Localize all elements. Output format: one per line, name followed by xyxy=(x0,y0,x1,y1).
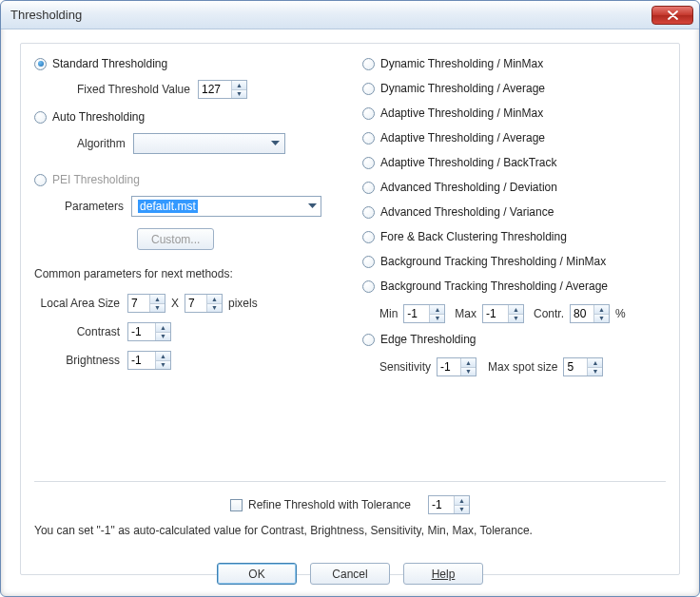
radio-standard-thresholding[interactable]: Standard Thresholding xyxy=(34,57,353,70)
radio-icon xyxy=(362,157,375,169)
spin-up[interactable]: ▲ xyxy=(594,305,609,315)
min-input[interactable] xyxy=(404,305,429,322)
brightness-spinner[interactable]: ▲▼ xyxy=(127,351,171,370)
dialog-window: Thresholding Standard Thresholding Fixed… xyxy=(0,0,700,597)
radio-icon xyxy=(362,280,375,293)
refine-label: Refine Threshold with Tolerance xyxy=(248,498,411,511)
spin-up[interactable]: ▲ xyxy=(455,496,469,506)
spin-down[interactable]: ▼ xyxy=(588,368,602,376)
spin-down[interactable]: ▼ xyxy=(455,506,469,514)
radio-icon xyxy=(362,231,375,243)
radio-dynamic-average[interactable]: Dynamic Thresholding / Average xyxy=(362,82,666,95)
radio-icon xyxy=(362,132,375,144)
radio-icon xyxy=(362,256,375,268)
radio-fore-back-clustering[interactable]: Fore & Back Clustering Thresholding xyxy=(362,230,666,243)
spin-down[interactable]: ▼ xyxy=(594,315,609,323)
radio-bgtrack-minmax[interactable]: Background Tracking Thresholding / MinMa… xyxy=(362,255,666,268)
spin-down[interactable]: ▼ xyxy=(461,368,476,376)
local-area-w-spinner[interactable]: ▲▼ xyxy=(127,294,165,313)
spin-down[interactable]: ▼ xyxy=(156,333,170,341)
max-spinner[interactable]: ▲▼ xyxy=(482,304,524,323)
spin-down[interactable]: ▼ xyxy=(430,315,444,323)
radio-advanced-variance[interactable]: Advanced Thresholding / Variance xyxy=(362,205,666,219)
refine-checkbox-group[interactable]: Refine Threshold with Tolerance xyxy=(230,498,411,511)
footer-note: You can set "-1" as auto-calculated valu… xyxy=(34,524,666,537)
spin-down[interactable]: ▼ xyxy=(156,361,170,370)
fixed-threshold-label: Fixed Threshold Value xyxy=(77,83,190,96)
parameters-selected-text: default.mst xyxy=(138,200,198,213)
radio-label: Dynamic Thresholding / Average xyxy=(380,82,545,95)
radio-label: Adaptive Thresholding / MinMax xyxy=(380,106,543,120)
radio-dynamic-minmax[interactable]: Dynamic Thresholding / MinMax xyxy=(362,57,666,70)
radio-label: Auto Thresholding xyxy=(52,110,145,124)
right-column: Dynamic Thresholding / MinMax Dynamic Th… xyxy=(362,57,666,475)
radio-icon xyxy=(34,174,47,186)
radio-label: Advanced Thresholding / Variance xyxy=(380,205,554,219)
contr-input[interactable] xyxy=(571,305,593,322)
radio-icon xyxy=(362,107,375,120)
radio-advanced-deviation[interactable]: Advanced Thresholding / Deviation xyxy=(362,181,666,194)
contrast-label: Contrast xyxy=(34,325,120,338)
max-input[interactable] xyxy=(483,305,508,322)
spin-down[interactable]: ▼ xyxy=(207,304,222,313)
brightness-input[interactable] xyxy=(128,352,155,369)
maxspot-spinner[interactable]: ▲▼ xyxy=(563,357,603,376)
local-area-w-input[interactable] xyxy=(128,295,149,312)
radio-label: Adaptive Thresholding / BackTrack xyxy=(380,156,556,169)
spin-down[interactable]: ▼ xyxy=(509,315,523,323)
content-area: Standard Thresholding Fixed Threshold Va… xyxy=(1,29,699,596)
radio-adaptive-backtrack[interactable]: Adaptive Thresholding / BackTrack xyxy=(362,156,666,169)
spin-up[interactable]: ▲ xyxy=(461,358,476,368)
radio-bgtrack-average[interactable]: Background Tracking Thresholding / Avera… xyxy=(362,279,666,293)
spin-down[interactable]: ▼ xyxy=(232,90,246,99)
radio-icon xyxy=(34,58,47,70)
spin-up[interactable]: ▲ xyxy=(207,295,222,304)
fixed-threshold-input[interactable] xyxy=(199,81,231,98)
local-area-h-input[interactable] xyxy=(185,295,206,312)
help-button[interactable]: Help xyxy=(403,563,483,585)
parameters-combo[interactable]: default.mst xyxy=(131,196,321,217)
close-button[interactable] xyxy=(651,6,693,25)
radio-label: Background Tracking Thresholding / Avera… xyxy=(380,279,608,293)
ok-button[interactable]: OK xyxy=(217,563,297,585)
spin-up[interactable]: ▲ xyxy=(150,295,165,304)
brightness-label: Brightness xyxy=(34,354,120,367)
checkbox-icon xyxy=(230,499,243,511)
sensitivity-input[interactable] xyxy=(438,358,460,376)
min-label: Min xyxy=(379,307,398,320)
radio-label: Dynamic Thresholding / MinMax xyxy=(380,57,543,70)
spin-up[interactable]: ▲ xyxy=(509,305,523,315)
contrast-spinner[interactable]: ▲▼ xyxy=(127,322,171,341)
spin-up[interactable]: ▲ xyxy=(232,81,246,90)
spin-down[interactable]: ▼ xyxy=(150,304,165,313)
radio-icon xyxy=(362,334,375,346)
refine-input[interactable] xyxy=(429,496,454,513)
sensitivity-label: Sensitivity xyxy=(379,360,431,374)
spin-up[interactable]: ▲ xyxy=(588,358,602,368)
refine-spinner[interactable]: ▲▼ xyxy=(428,495,470,514)
radio-label: Advanced Thresholding / Deviation xyxy=(380,181,557,194)
local-area-label: Local Area Size xyxy=(34,297,120,310)
main-panel: Standard Thresholding Fixed Threshold Va… xyxy=(20,43,680,575)
spin-up[interactable]: ▲ xyxy=(156,352,170,361)
local-area-h-spinner[interactable]: ▲▼ xyxy=(185,294,223,313)
fixed-threshold-spinner[interactable]: ▲ ▼ xyxy=(198,80,247,99)
radio-adaptive-minmax[interactable]: Adaptive Thresholding / MinMax xyxy=(362,106,666,120)
spin-up[interactable]: ▲ xyxy=(156,323,170,333)
contrast-input[interactable] xyxy=(128,323,155,340)
maxspot-label: Max spot size xyxy=(488,360,557,374)
contr-spinner[interactable]: ▲▼ xyxy=(570,304,610,323)
radio-label: Fore & Back Clustering Thresholding xyxy=(380,230,567,243)
radio-adaptive-average[interactable]: Adaptive Thresholding / Average xyxy=(362,131,666,144)
algorithm-combo[interactable] xyxy=(133,133,285,154)
radio-label: Adaptive Thresholding / Average xyxy=(380,131,545,144)
contr-label: Contr. xyxy=(534,307,564,320)
maxspot-input[interactable] xyxy=(564,358,587,376)
min-spinner[interactable]: ▲▼ xyxy=(403,304,445,323)
sensitivity-spinner[interactable]: ▲▼ xyxy=(437,357,476,376)
radio-edge-thresholding[interactable]: Edge Thresholding xyxy=(362,333,666,346)
cancel-button[interactable]: Cancel xyxy=(310,563,390,585)
spin-buttons: ▲ ▼ xyxy=(231,81,246,98)
spin-up[interactable]: ▲ xyxy=(430,305,444,315)
radio-auto-thresholding[interactable]: Auto Thresholding xyxy=(34,110,353,124)
